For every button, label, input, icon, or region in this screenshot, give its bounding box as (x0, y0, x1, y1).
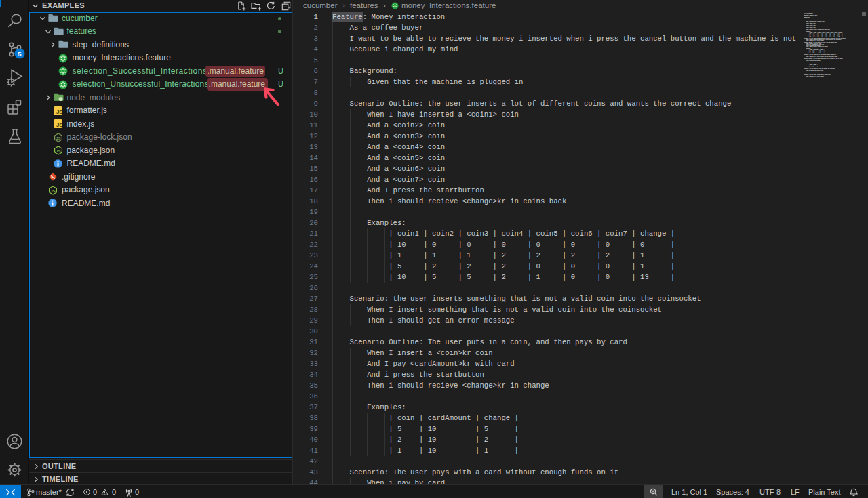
svg-text:5: 5 (18, 50, 22, 58)
svg-text:JS: JS (56, 122, 62, 128)
svg-text:JS: JS (56, 149, 60, 153)
svg-text:JS: JS (51, 188, 56, 192)
svg-text:JS: JS (56, 136, 60, 140)
svg-text:JS: JS (56, 109, 62, 115)
